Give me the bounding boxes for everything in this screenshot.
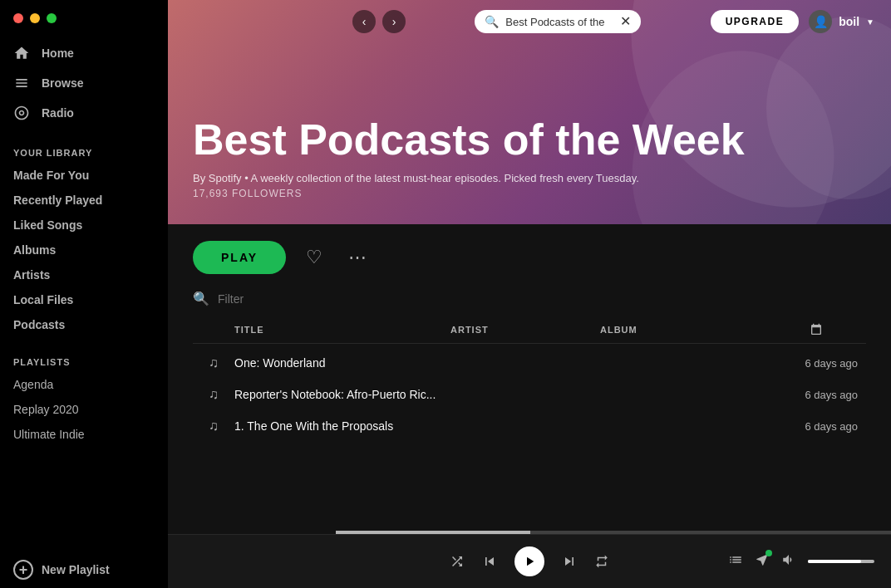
col-album: ALBUM bbox=[600, 325, 766, 335]
track-date: 6 days ago bbox=[766, 389, 866, 401]
user-profile[interactable]: 👤 boil ▼ bbox=[809, 10, 874, 33]
sidebar-item-albums-label: Albums bbox=[13, 243, 56, 257]
col-artist: ARTIST bbox=[450, 325, 600, 335]
music-note-icon: ♫ bbox=[209, 387, 219, 402]
plus-icon: + bbox=[13, 560, 33, 580]
playlist-agenda-label: Agenda bbox=[13, 378, 53, 391]
music-note-icon: ♫ bbox=[209, 355, 219, 370]
upgrade-button[interactable]: UPGRADE bbox=[711, 10, 800, 33]
volume-slider[interactable] bbox=[808, 560, 874, 563]
sidebar-item-recently-played-label: Recently Played bbox=[13, 194, 102, 207]
queue-icon bbox=[728, 552, 743, 567]
hero-title: Best Podcasts of the Week bbox=[193, 116, 866, 164]
forward-button[interactable]: › bbox=[382, 10, 406, 33]
heart-icon: ♡ bbox=[306, 247, 322, 268]
window-close-dot[interactable] bbox=[13, 13, 23, 23]
prev-button[interactable] bbox=[481, 553, 498, 570]
music-note-icon: ♫ bbox=[209, 419, 219, 434]
volume-slider-fill bbox=[808, 560, 861, 563]
col-title: TITLE bbox=[234, 325, 450, 335]
prev-icon bbox=[481, 553, 498, 570]
main-content: ‹ › 🔍 Best Podcasts of the ✕ UPGRADE 👤 b… bbox=[168, 0, 891, 588]
top-bar-right: UPGRADE 👤 boil ▼ bbox=[711, 10, 874, 33]
top-bar: ‹ › 🔍 Best Podcasts of the ✕ UPGRADE 👤 b… bbox=[336, 0, 891, 43]
notification-dot bbox=[765, 550, 772, 556]
action-bar: PLAY ♡ ⋯ bbox=[168, 224, 891, 291]
sidebar-item-podcasts-label: Podcasts bbox=[13, 318, 65, 331]
table-header: TITLE ARTIST ALBUM bbox=[193, 320, 866, 344]
sidebar-item-liked-songs[interactable]: Liked Songs bbox=[0, 213, 168, 238]
progress-bar-container[interactable] bbox=[336, 531, 891, 534]
repeat-icon bbox=[594, 554, 609, 569]
hero-followers: 17,693 FOLLOWERS bbox=[193, 188, 866, 199]
col-date-icon bbox=[766, 323, 866, 336]
search-clear-icon[interactable]: ✕ bbox=[620, 15, 631, 28]
sidebar-item-radio[interactable]: Radio bbox=[0, 98, 168, 128]
table-row[interactable]: ♫ Reporter's Notebook: Afro-Puerto Ric..… bbox=[193, 379, 866, 410]
chevron-down-icon: ▼ bbox=[866, 17, 874, 27]
sidebar-nav: Home Browse Radio bbox=[0, 32, 168, 135]
sidebar-item-made-for-you-label: Made For You bbox=[13, 169, 89, 182]
playlists-list: Agenda Replay 2020 Ultimate Indie bbox=[0, 372, 168, 447]
window-minimize-dot[interactable] bbox=[30, 13, 40, 23]
playlist-ultimate-indie-label: Ultimate Indie bbox=[13, 428, 85, 441]
volume-icon bbox=[781, 552, 796, 567]
hero-subtitle: By Spotify • A weekly collection of the … bbox=[193, 172, 866, 184]
play-pause-button[interactable] bbox=[514, 546, 544, 576]
new-playlist-button[interactable]: + New Playlist bbox=[0, 551, 168, 588]
track-number: ♫ bbox=[193, 355, 234, 370]
track-list-container: 🔍 TITLE ARTIST ALBUM ♫ One: Won bbox=[168, 291, 891, 534]
username: boil bbox=[839, 15, 859, 28]
sidebar-item-artists-label: Artists bbox=[13, 268, 50, 282]
more-options-button[interactable]: ⋯ bbox=[342, 243, 372, 272]
sidebar-item-podcasts[interactable]: Podcasts bbox=[0, 312, 168, 337]
hero-text: Best Podcasts of the Week By Spotify • A… bbox=[193, 116, 866, 199]
sidebar: Home Browse Radio YOUR LIBRARY bbox=[0, 0, 168, 588]
track-title: 1. The One With the Proposals bbox=[234, 419, 450, 433]
track-number: ♫ bbox=[193, 419, 234, 434]
playlist-replay-2020[interactable]: Replay 2020 bbox=[0, 397, 168, 422]
home-icon bbox=[13, 45, 30, 61]
player-controls bbox=[415, 546, 645, 576]
track-date: 6 days ago bbox=[766, 357, 866, 370]
sidebar-item-local-files-label: Local Files bbox=[13, 293, 73, 306]
playlist-agenda[interactable]: Agenda bbox=[0, 372, 168, 397]
library-items: Made For You Recently Played Liked Songs… bbox=[0, 163, 168, 337]
table-row[interactable]: ♫ 1. The One With the Proposals 6 days a… bbox=[193, 410, 866, 442]
play-button[interactable]: PLAY bbox=[193, 241, 286, 274]
sidebar-item-albums[interactable]: Albums bbox=[0, 238, 168, 262]
sidebar-item-browse[interactable]: Browse bbox=[0, 68, 168, 98]
window-controls bbox=[0, 0, 168, 32]
like-button[interactable]: ♡ bbox=[299, 243, 329, 272]
browse-icon bbox=[13, 75, 30, 91]
next-button[interactable] bbox=[561, 553, 578, 570]
table-row[interactable]: ♫ One: Wonderland 6 days ago bbox=[193, 347, 866, 379]
queue-button[interactable] bbox=[728, 552, 743, 571]
sidebar-item-artists[interactable]: Artists bbox=[0, 262, 168, 287]
search-bar[interactable]: 🔍 Best Podcasts of the ✕ bbox=[475, 10, 641, 33]
sidebar-item-radio-label: Radio bbox=[42, 106, 74, 120]
back-button[interactable]: ‹ bbox=[352, 10, 376, 33]
playlist-ultimate-indie[interactable]: Ultimate Indie bbox=[0, 422, 168, 447]
search-value: Best Podcasts of the bbox=[505, 16, 613, 28]
window-maximize-dot[interactable] bbox=[47, 13, 57, 23]
new-playlist-label: New Playlist bbox=[42, 563, 110, 576]
filter-input[interactable] bbox=[218, 292, 363, 306]
filter-bar: 🔍 bbox=[193, 291, 866, 306]
play-pause-icon bbox=[522, 554, 537, 569]
radio-icon bbox=[13, 105, 30, 121]
track-title: Reporter's Notebook: Afro-Puerto Ric... bbox=[234, 388, 450, 401]
shuffle-button[interactable] bbox=[450, 554, 465, 569]
player-extra-controls bbox=[644, 552, 874, 571]
sidebar-item-local-files[interactable]: Local Files bbox=[0, 287, 168, 312]
volume-button[interactable] bbox=[781, 552, 796, 571]
sidebar-item-made-for-you[interactable]: Made For You bbox=[0, 163, 168, 188]
nav-arrows: ‹ › bbox=[352, 10, 406, 33]
player-bar bbox=[168, 534, 891, 588]
sidebar-item-recently-played[interactable]: Recently Played bbox=[0, 188, 168, 213]
sidebar-item-liked-songs-label: Liked Songs bbox=[13, 218, 82, 232]
repeat-button[interactable] bbox=[594, 554, 609, 569]
spotify-connect-button[interactable] bbox=[755, 552, 770, 571]
progress-bar-fill bbox=[336, 531, 530, 534]
sidebar-item-home[interactable]: Home bbox=[0, 38, 168, 68]
